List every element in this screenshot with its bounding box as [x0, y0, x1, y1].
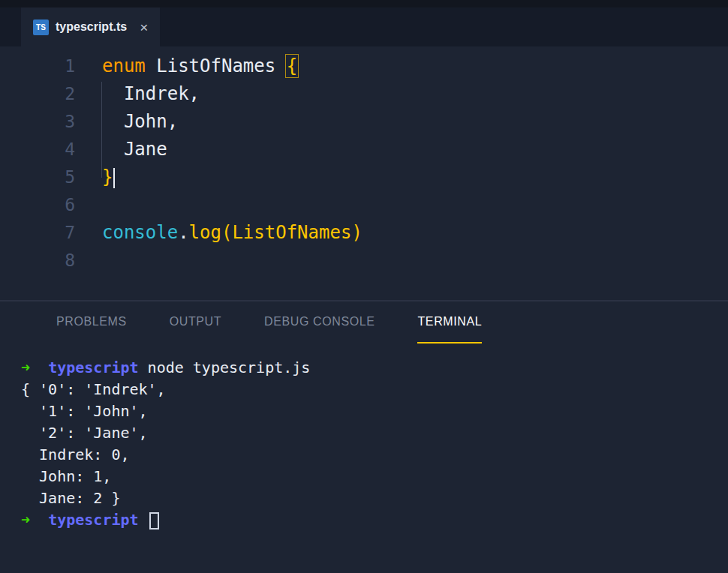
token-arrow: ➜: [21, 511, 30, 529]
indent-guide: [101, 82, 102, 178]
token-gold: ): [351, 222, 362, 243]
token-gold: (: [221, 222, 232, 243]
token-brace: }: [102, 166, 113, 188]
panel-tab-output[interactable]: OUTPUT: [170, 302, 221, 344]
code-line[interactable]: 7console.log(ListOfNames): [0, 219, 728, 247]
line-number: 5: [0, 164, 75, 191]
token-kw: enum: [102, 56, 146, 76]
code-text: Indrek,: [102, 80, 200, 108]
line-number: 3: [0, 108, 75, 136]
token-plain: Indrek,: [102, 83, 200, 104]
token-plain: node typescript.js: [139, 358, 311, 376]
code-text: }: [102, 164, 115, 191]
panel-tab-bar: PROBLEMSOUTPUTDEBUG CONSOLETERMINAL: [0, 302, 728, 344]
token-name: typescript: [48, 358, 138, 376]
token-brace-box: {: [287, 56, 297, 76]
code-line[interactable]: 4 Jane: [0, 136, 728, 164]
token-plain: Jane: [102, 139, 167, 160]
tab-typescript-ts[interactable]: TStypescript.ts×: [21, 8, 160, 46]
token-gold: log: [189, 222, 221, 243]
token-gold: ListOfNames: [232, 222, 351, 243]
token-cyan: console: [102, 222, 178, 243]
line-number: 6: [0, 191, 75, 219]
token-cursor: [113, 168, 115, 188]
terminal-line: ➜ typescript: [21, 509, 728, 531]
tab-label: typescript.ts: [56, 20, 127, 34]
token-cursor-hollow: [149, 512, 159, 530]
token-plain: { '0': 'Indrek',: [21, 380, 166, 398]
terminal-line: ➜ typescript node typescript.js: [21, 357, 728, 379]
line-number: 2: [0, 80, 75, 108]
token-plain: Jane: 2 }: [21, 489, 120, 507]
token-plain: John: 1,: [21, 467, 111, 485]
code-text: enum ListOfNames {: [102, 52, 297, 80]
token-plain: [139, 511, 148, 529]
token-arrow: ➜: [21, 358, 30, 376]
tab-close-icon[interactable]: ×: [140, 20, 148, 34]
terminal-line: Jane: 2 }: [21, 488, 728, 509]
token-plain: '2': 'Jane',: [21, 424, 148, 442]
code-text: John,: [102, 108, 178, 136]
code-editor[interactable]: 1enum ListOfNames {2 Indrek,3 John,4 Jan…: [0, 46, 728, 300]
code-line[interactable]: 1enum ListOfNames {: [0, 52, 728, 80]
token-plain: Indrek: 0,: [21, 446, 130, 464]
terminal-output[interactable]: ➜ typescript node typescript.js{ '0': 'I…: [0, 344, 728, 531]
panel-tab-terminal[interactable]: TERMINAL: [417, 302, 482, 344]
window-top-strip: [0, 0, 728, 8]
line-number: 4: [0, 136, 75, 164]
terminal-line: John: 1,: [21, 466, 728, 488]
tab-bar: TStypescript.ts×: [0, 8, 728, 46]
code-text: Jane: [102, 136, 167, 164]
line-number: 7: [0, 219, 75, 247]
token-name: typescript: [48, 511, 138, 529]
panel-tab-problems[interactable]: PROBLEMS: [56, 302, 127, 344]
code-line[interactable]: 3 John,: [0, 108, 728, 136]
terminal-line: '2': 'Jane',: [21, 422, 728, 444]
token-plain: [30, 358, 48, 376]
line-number: 8: [0, 247, 75, 274]
terminal-line: '1': 'John',: [21, 400, 728, 422]
token-plain: .: [178, 222, 188, 243]
code-line[interactable]: 5}: [0, 164, 728, 191]
code-line[interactable]: 2 Indrek,: [0, 80, 728, 108]
token-plain: '1': 'John',: [21, 402, 148, 420]
code-line[interactable]: 6: [0, 191, 728, 219]
code-text: console.log(ListOfNames): [102, 219, 362, 247]
code-line[interactable]: 8: [0, 247, 728, 274]
token-plain: John,: [102, 111, 178, 132]
editor-lines: 1enum ListOfNames {2 Indrek,3 John,4 Jan…: [0, 52, 728, 274]
typescript-file-icon: TS: [33, 20, 49, 35]
token-plain: [30, 511, 48, 529]
line-number: 1: [0, 52, 75, 80]
terminal-line: { '0': 'Indrek',: [21, 379, 728, 400]
panel-tab-debug-console[interactable]: DEBUG CONSOLE: [264, 302, 375, 344]
token-plain: ListOfNames: [146, 56, 287, 76]
terminal-line: Indrek: 0,: [21, 444, 728, 466]
